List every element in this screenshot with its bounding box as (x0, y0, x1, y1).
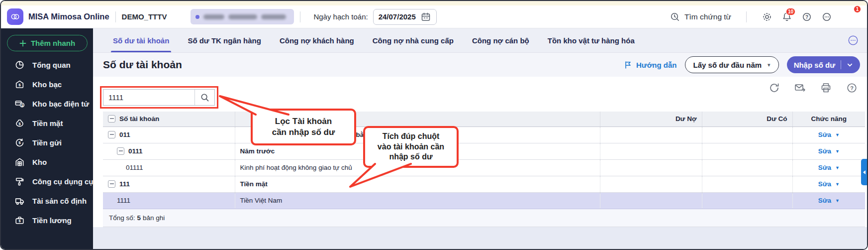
sidebar-item-deposit[interactable]: $Tiền gửi (1, 133, 93, 152)
credit-balance (702, 192, 792, 209)
title-bar: Số dư tài khoản Hướng dẫn Lấy số dư đầu … (93, 53, 867, 77)
select-all-checkbox[interactable] (108, 115, 115, 123)
settings-gear-icon[interactable] (762, 11, 772, 22)
sidebar-item-cash[interactable]: $Tiền mặt (1, 114, 93, 133)
chevron-down-icon (835, 198, 840, 203)
opening-balance-label: Lấy số dư đầu năm (693, 61, 762, 69)
avatar-badge: 1 (854, 5, 861, 13)
sidebar-item-warehouse[interactable]: Kho (1, 152, 93, 172)
chevron-left-icon (863, 170, 866, 174)
tab-4[interactable]: Công nợ nhà cung cấp (373, 28, 454, 52)
refresh-icon[interactable] (768, 82, 780, 94)
table-row-0111[interactable]: 0111Năm trướcSửa (103, 143, 865, 159)
row-checkbox[interactable] (117, 147, 124, 155)
table-row-011[interactable]: 011bằng tiềnSửa (103, 126, 865, 143)
sidebar-item-label: Kho bạc điện tử (32, 100, 89, 108)
account-balance-table: Số tài khoản Dư Nợ Dư Có Chức năng 011bằ… (103, 112, 865, 209)
print-icon[interactable] (820, 82, 832, 94)
more-options-icon[interactable] (821, 11, 832, 22)
brand-title: MISA Mimosa Online (28, 12, 109, 21)
account-number: 01111 (126, 164, 143, 171)
tab-2[interactable]: Số dư TK ngân hàng (188, 28, 261, 52)
quick-add-button[interactable]: Thêm nhanh (7, 35, 88, 51)
fixed-asset-icon (14, 196, 25, 206)
guide-flag-icon (623, 60, 633, 70)
user-avatar[interactable]: 1 (841, 8, 859, 26)
edit-action-button[interactable]: Sửa (798, 180, 861, 188)
edit-action-button[interactable]: Sửa (798, 131, 861, 138)
sidebar-item-payroll[interactable]: $Tiền lương (1, 211, 93, 230)
help-guide-link[interactable]: Hướng dẫn (623, 60, 677, 70)
sidebar-item-label: Tiền lương (32, 216, 72, 225)
svg-text:?: ? (805, 14, 808, 19)
account-name: bằng tiền (235, 126, 600, 143)
tab-6[interactable]: Tồn kho vật tư hàng hóa (548, 28, 635, 52)
account-name: Năm trước (235, 143, 600, 159)
window-top-strip (1, 1, 867, 5)
notifications-bell-icon[interactable]: 10 (781, 11, 792, 22)
send-mail-icon[interactable] (794, 82, 806, 94)
total-unit: bản ghi (143, 214, 165, 222)
chevron-down-icon (835, 149, 840, 154)
account-filter-box (103, 89, 215, 106)
find-voucher-button[interactable]: Tìm chứng từ (670, 11, 731, 22)
debit-balance (600, 192, 702, 209)
edit-action-button[interactable]: Sửa (798, 147, 861, 155)
redacted-text (203, 14, 224, 19)
column-header-name (235, 112, 600, 126)
sidebar-item-label: Công cụ dụng cụ (32, 177, 93, 186)
row-checkbox[interactable] (108, 131, 115, 138)
divider (115, 11, 116, 22)
account-filter-input[interactable] (103, 90, 194, 105)
account-number: 011 (119, 131, 130, 138)
sidebar-item-e-treasury[interactable]: $Kho bạc điện tử (1, 94, 93, 114)
chevron-down-icon (835, 132, 840, 137)
plus-icon (19, 40, 26, 47)
sidebar-item-tools[interactable]: Công cụ dụng cụ (1, 172, 93, 191)
collapse-panel-tab[interactable] (861, 159, 867, 185)
bottom-strip (93, 227, 867, 250)
svg-text:$: $ (18, 83, 21, 87)
svg-text:$: $ (18, 122, 21, 126)
search-icon[interactable] (194, 90, 214, 105)
sidebar: Thêm nhanh Tổng quan$Kho bạc$Kho bạc điệ… (1, 28, 93, 249)
sidebar-item-pie-chart[interactable]: Tổng quan (1, 55, 93, 75)
posting-date-input[interactable]: 24/07/2025 (373, 9, 437, 25)
opening-balance-dropdown[interactable]: Lấy số dư đầu năm (685, 56, 779, 73)
edit-action-label: Sửa (818, 164, 831, 171)
redacted-document-pill[interactable] (191, 9, 294, 24)
edit-action-label: Sửa (818, 197, 831, 204)
pie-chart-icon (14, 60, 25, 70)
posting-date-label: Ngày hạch toán: (313, 12, 368, 21)
row-checkbox[interactable] (108, 180, 115, 188)
sidebar-item-fixed-asset[interactable]: Tài sản cố định (1, 191, 93, 211)
edit-action-button[interactable]: Sửa (798, 197, 861, 204)
debit-balance (600, 143, 702, 159)
account-number: 0111 (128, 147, 143, 155)
search-document-icon (670, 11, 680, 22)
credit-balance (702, 176, 792, 192)
credit-balance (702, 126, 792, 143)
edit-action-button[interactable]: Sửa (798, 164, 861, 171)
redacted-text (261, 14, 286, 19)
table-help-icon[interactable]: ? (846, 82, 858, 94)
tab-1[interactable]: Số dư tài khoản (113, 28, 169, 52)
warehouse-icon (14, 157, 25, 167)
table-row-1111[interactable]: 1111Tiền Việt NamSửa (103, 192, 865, 209)
tab-3[interactable]: Công nợ khách hàng (280, 28, 354, 52)
svg-text:$: $ (18, 219, 20, 223)
tab-5[interactable]: Công nợ cán bộ (472, 28, 529, 52)
credit-balance (702, 143, 792, 159)
table-row-01111[interactable]: 01111Kinh phí hoạt động không giao tự ch… (103, 159, 865, 176)
divider (300, 11, 300, 22)
svg-text:$: $ (18, 140, 21, 145)
enter-balance-button[interactable]: Nhập số dư (787, 56, 860, 73)
calendar-icon (420, 11, 431, 22)
table-footer: Tổng số: 5 bản ghi (103, 209, 865, 227)
help-circle-icon[interactable]: ? (801, 11, 812, 22)
edit-action-label: Sửa (818, 147, 831, 155)
table-row-111[interactable]: 111Tiền mặtSửa (103, 176, 865, 192)
misa-logo-icon[interactable] (7, 8, 23, 25)
tab-overflow-icon[interactable] (847, 34, 859, 46)
sidebar-item-treasury[interactable]: $Kho bạc (1, 75, 93, 94)
